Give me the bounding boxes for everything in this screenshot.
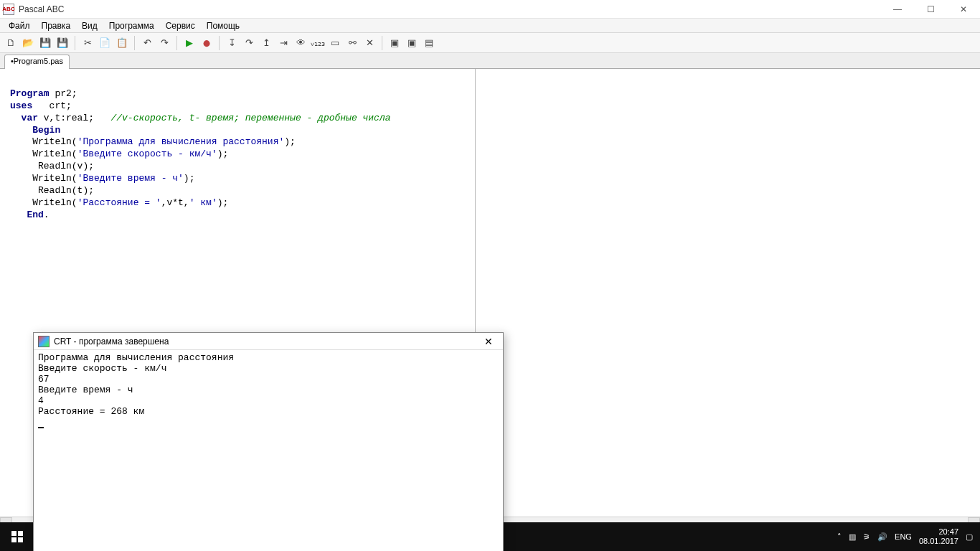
step-over-icon[interactable]: ↷ xyxy=(241,35,257,51)
step-out-icon[interactable]: ↥ xyxy=(258,35,274,51)
open-file-icon[interactable]: 📂 xyxy=(20,35,36,51)
code-line: var v,t:real; //v-скорость, t- время; пе… xyxy=(10,113,465,125)
toolbar-separator xyxy=(176,36,177,50)
clock-time: 20:47 xyxy=(919,527,958,537)
svg-rect-2 xyxy=(11,537,17,542)
panel-icon[interactable]: ▤ xyxy=(421,35,437,51)
secondary-pane xyxy=(476,69,980,517)
console-output: Программа для вычисления расстояния Введ… xyxy=(34,350,503,551)
console-close-button[interactable]: ✕ xyxy=(479,336,499,347)
wifi-icon[interactable]: ⚞ xyxy=(863,532,870,542)
action-center-icon[interactable]: ▢ xyxy=(966,532,973,542)
code-line: uses crt; xyxy=(10,100,465,113)
step-into-icon[interactable]: ↧ xyxy=(224,35,240,51)
clock-date: 08.01.2017 xyxy=(919,537,958,546)
code-line: Readln(t); xyxy=(10,185,465,197)
menu-item[interactable]: Помощь xyxy=(201,19,245,32)
minimize-button[interactable]: — xyxy=(881,0,914,19)
save-icon[interactable]: 💾 xyxy=(37,35,53,51)
undo-icon[interactable]: ↶ xyxy=(139,35,155,51)
menu-item[interactable]: Вид xyxy=(76,19,103,32)
code-line: End. xyxy=(10,209,465,222)
toolbar-separator xyxy=(75,36,75,50)
window-titlebar: ABC Pascal ABC — ☐ ✕ xyxy=(0,0,980,19)
redo-icon[interactable]: ↷ xyxy=(156,35,172,51)
console-window[interactable]: CRT - программа завершена ✕ Программа дл… xyxy=(33,332,504,551)
clock[interactable]: 20:47 08.01.2017 xyxy=(919,527,958,546)
code-line: Writeln('Введите время - ч'); xyxy=(10,173,465,185)
svg-rect-3 xyxy=(18,537,23,542)
code-line: Writeln('Расстояние = ',v*t,' км'); xyxy=(10,197,465,209)
volume-icon[interactable]: 🔊 xyxy=(877,532,887,542)
console-titlebar[interactable]: CRT - программа завершена ✕ xyxy=(34,333,503,350)
stop-icon[interactable]: ⬤ xyxy=(199,35,215,51)
battery-icon[interactable]: ▥ xyxy=(849,532,856,542)
tray-chevron-icon[interactable]: ˄ xyxy=(837,532,842,542)
cursor xyxy=(38,427,44,428)
svg-rect-1 xyxy=(18,531,23,536)
svg-rect-0 xyxy=(11,531,17,536)
window-icon[interactable]: ▭ xyxy=(327,35,343,51)
maximize-button[interactable]: ☐ xyxy=(914,0,947,19)
code-line: Writeln('Введите скорость - км/ч'); xyxy=(10,149,465,161)
new-file-icon[interactable]: 🗋 xyxy=(3,35,19,51)
copy-icon[interactable]: 📄 xyxy=(97,35,113,51)
toggle-in-icon[interactable]: ▣ xyxy=(404,35,420,51)
workspace: Program pr2;uses crt; var v,t:real; //v-… xyxy=(0,69,980,517)
menu-bar: ФайлПравкаВидПрограммаСервисПомощь xyxy=(0,19,980,33)
menu-item[interactable]: Программа xyxy=(103,19,160,32)
code-line: Writeln('Программа для вычисления рассто… xyxy=(10,136,465,149)
save-all-icon[interactable]: 💾 xyxy=(55,35,70,51)
console-icon xyxy=(38,336,50,347)
code-line: Readln(v); xyxy=(10,161,465,173)
start-button[interactable] xyxy=(0,522,34,551)
menu-item[interactable]: Сервис xyxy=(160,19,201,32)
var-icon[interactable]: ᵥ₁₂₃ xyxy=(310,35,326,51)
window-title: Pascal ABC xyxy=(19,4,64,14)
cross-icon[interactable]: ✕ xyxy=(362,35,377,51)
code-line: Begin xyxy=(10,125,465,137)
file-tab[interactable]: •Program5.pas xyxy=(4,55,70,69)
cut-icon[interactable]: ✂ xyxy=(80,35,95,51)
toggle-out-icon[interactable]: ▣ xyxy=(387,35,402,51)
toolbar-separator xyxy=(382,36,382,50)
toolbar-separator xyxy=(219,36,220,50)
system-tray: ˄ ▥ ⚞ 🔊 ENG 20:47 08.01.2017 ▢ xyxy=(830,527,980,546)
console-title: CRT - программа завершена xyxy=(54,336,169,347)
menu-item[interactable]: Файл xyxy=(3,19,36,32)
code-line: Program pr2; xyxy=(10,88,465,100)
run-to-cursor-icon[interactable]: ⇥ xyxy=(275,35,291,51)
watch-icon[interactable]: 👁 xyxy=(293,35,308,51)
paste-icon[interactable]: 📋 xyxy=(114,35,130,51)
toolbar-separator xyxy=(134,36,135,50)
close-button[interactable]: ✕ xyxy=(947,0,980,19)
link-icon[interactable]: ⚯ xyxy=(344,35,360,51)
menu-item[interactable]: Правка xyxy=(36,19,77,32)
toolbar: 🗋📂💾💾✂📄📋↶↷▶⬤↧↷↥⇥👁ᵥ₁₂₃▭⚯✕▣▣▤ xyxy=(0,33,980,53)
app-icon: ABC xyxy=(3,4,14,15)
code-line xyxy=(10,76,465,88)
run-icon[interactable]: ▶ xyxy=(182,35,197,51)
language-indicator[interactable]: ENG xyxy=(895,532,912,541)
tab-strip: •Program5.pas xyxy=(0,53,980,69)
